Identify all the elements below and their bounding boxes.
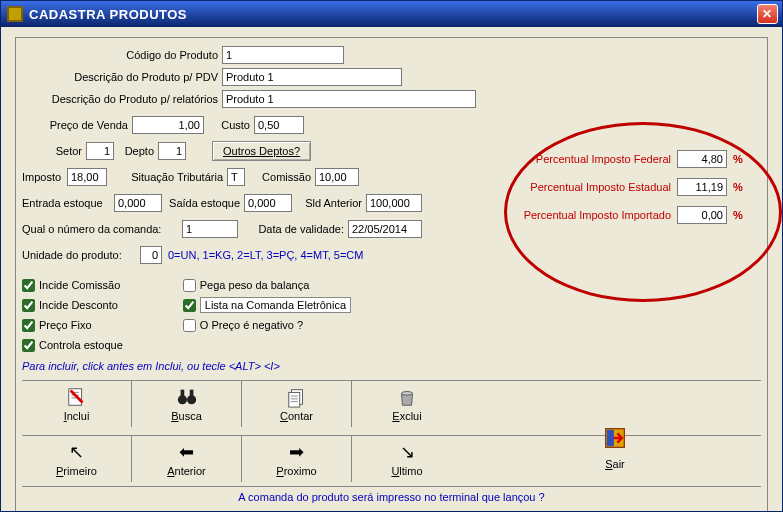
check-preco-negativo-label: O Preço é negativo ? bbox=[200, 319, 303, 331]
tool-contar-label: Contar bbox=[280, 410, 313, 422]
tool-anterior[interactable]: ⬅ Anterior bbox=[132, 436, 242, 482]
label-entrada-estoque: Entrada estoque bbox=[22, 197, 114, 209]
check-incide-desconto-label: Incide Desconto bbox=[39, 299, 118, 311]
check-incide-comissao-label: Incide Comissão bbox=[39, 279, 120, 291]
tax-federal-input[interactable] bbox=[677, 150, 727, 168]
label-setor: Setor bbox=[22, 145, 86, 157]
check-incide-comissao[interactable]: Incide Comissão bbox=[22, 276, 123, 294]
tool-contar[interactable]: Contar bbox=[242, 381, 352, 427]
label-codigo: Código do Produto bbox=[22, 49, 222, 61]
tax-federal-label: Percentual Imposto Federal bbox=[511, 153, 671, 165]
input-imposto[interactable] bbox=[67, 168, 107, 186]
label-unidade: Unidade do produto: bbox=[22, 249, 140, 261]
unidade-legend: 0=UN, 1=KG, 2=LT, 3=PÇ, 4=MT, 5=CM bbox=[168, 249, 363, 261]
check-pega-peso[interactable]: Pega peso da balança bbox=[183, 276, 351, 294]
tax-importado-row: Percentual Imposto Importado % bbox=[511, 206, 743, 224]
check-preco-negativo[interactable]: O Preço é negativo ? bbox=[183, 316, 351, 334]
tool-inclui[interactable]: Inclui bbox=[22, 381, 132, 427]
arrow-right-icon: ➡ bbox=[286, 441, 308, 463]
arrow-up-left-icon: ↖ bbox=[66, 441, 88, 463]
tax-federal-row: Percentual Imposto Federal % bbox=[511, 150, 743, 168]
tool-proximo[interactable]: ➡ Proximo bbox=[242, 436, 352, 482]
percent-icon: % bbox=[733, 181, 743, 193]
window: CADASTRA PRODUTOS ✕ Código do Produto De… bbox=[0, 0, 783, 512]
label-comissao: Comissão bbox=[245, 171, 315, 183]
label-sld-anterior: Sld Anterior bbox=[292, 197, 366, 209]
tax-estadual-row: Percentual Imposto Estadual % bbox=[511, 178, 743, 196]
label-saida-estoque: Saída estoque bbox=[162, 197, 244, 209]
percent-icon: % bbox=[733, 209, 743, 221]
label-descr-pdv: Descrição do Produto p/ PDV bbox=[22, 71, 222, 83]
input-sld-anterior[interactable] bbox=[366, 194, 422, 212]
tool-ultimo[interactable]: ↘ Ultimo bbox=[352, 436, 462, 482]
titlebar: CADASTRA PRODUTOS ✕ bbox=[1, 1, 782, 27]
label-data-validade: Data de validade: bbox=[238, 223, 348, 235]
svg-rect-9 bbox=[607, 430, 614, 446]
tax-importado-label: Percentual Imposto Importado bbox=[511, 209, 671, 221]
trash-icon bbox=[396, 386, 418, 408]
window-title: CADASTRA PRODUTOS bbox=[29, 7, 757, 22]
tool-sair[interactable]: Sair bbox=[475, 401, 755, 493]
check-pega-peso-label: Pega peso da balança bbox=[200, 279, 309, 291]
label-imposto: Imposto bbox=[22, 171, 67, 183]
client-area: Código do Produto Descrição do Produto p… bbox=[1, 27, 782, 511]
tool-exclui-label: Exclui bbox=[392, 410, 421, 422]
label-depto: Depto bbox=[114, 145, 158, 157]
input-setor[interactable] bbox=[86, 142, 114, 160]
percent-icon: % bbox=[733, 153, 743, 165]
input-saida-estoque[interactable] bbox=[244, 194, 292, 212]
svg-rect-6 bbox=[288, 392, 299, 407]
input-descr-pdv[interactable] bbox=[222, 68, 402, 86]
tool-ultimo-label: Ultimo bbox=[391, 465, 422, 477]
app-icon bbox=[7, 6, 23, 22]
tool-primeiro[interactable]: ↖ Primeiro bbox=[22, 436, 132, 482]
pencil-icon bbox=[66, 386, 88, 408]
input-unidade[interactable] bbox=[140, 246, 162, 264]
svg-rect-4 bbox=[189, 390, 193, 397]
check-controla-estoque[interactable]: Controla estoque bbox=[22, 336, 123, 354]
hint-text: Para incluir, click antes em Inclui, ou … bbox=[22, 360, 761, 372]
input-data-validade[interactable] bbox=[348, 220, 422, 238]
tax-estadual-label: Percentual Imposto Estadual bbox=[511, 181, 671, 193]
exit-icon bbox=[601, 424, 629, 454]
label-num-comanda: Qual o número da comanda: bbox=[22, 223, 182, 235]
svg-point-7 bbox=[402, 392, 413, 396]
tool-primeiro-label: Primeiro bbox=[56, 465, 97, 477]
tool-proximo-label: Proximo bbox=[276, 465, 316, 477]
tool-sair-label: Sair bbox=[605, 458, 625, 470]
tool-inclui-label: Inclui bbox=[64, 410, 90, 422]
tool-anterior-label: Anterior bbox=[167, 465, 206, 477]
tax-importado-input[interactable] bbox=[677, 206, 727, 224]
check-incide-desconto[interactable]: Incide Desconto bbox=[22, 296, 123, 314]
label-descr-rel: Descrição do Produto p/ relatórios bbox=[22, 93, 222, 105]
check-controla-estoque-label: Controla estoque bbox=[39, 339, 123, 351]
label-preco-venda: Preço de Venda bbox=[22, 119, 132, 131]
input-codigo[interactable] bbox=[222, 46, 344, 64]
input-entrada-estoque[interactable] bbox=[114, 194, 162, 212]
label-custo: Custo bbox=[204, 119, 254, 131]
binoculars-icon bbox=[176, 386, 198, 408]
check-lista-comanda-label: Lista na Comanda Eletrônica bbox=[200, 297, 351, 313]
check-preco-fixo[interactable]: Preço Fixo bbox=[22, 316, 123, 334]
tax-estadual-input[interactable] bbox=[677, 178, 727, 196]
input-depto[interactable] bbox=[158, 142, 186, 160]
input-sit-trib[interactable] bbox=[227, 168, 245, 186]
outros-deptos-button[interactable]: Outros Deptos? bbox=[212, 141, 311, 161]
label-sit-trib: Situação Tributária bbox=[107, 171, 227, 183]
check-lista-comanda[interactable]: Lista na Comanda Eletrônica bbox=[183, 296, 351, 314]
input-num-comanda[interactable] bbox=[182, 220, 238, 238]
tool-busca[interactable]: Busca bbox=[132, 381, 242, 427]
tool-busca-label: Busca bbox=[171, 410, 202, 422]
arrow-down-right-icon: ↘ bbox=[396, 441, 418, 463]
check-preco-fixo-label: Preço Fixo bbox=[39, 319, 92, 331]
svg-rect-3 bbox=[180, 390, 184, 397]
input-comissao[interactable] bbox=[315, 168, 359, 186]
arrow-left-icon: ⬅ bbox=[176, 441, 198, 463]
input-custo[interactable] bbox=[254, 116, 304, 134]
input-preco-venda[interactable] bbox=[132, 116, 204, 134]
tool-exclui[interactable]: Exclui bbox=[352, 381, 462, 427]
documents-icon bbox=[286, 386, 308, 408]
input-descr-rel[interactable] bbox=[222, 90, 476, 108]
form-panel: Código do Produto Descrição do Produto p… bbox=[15, 37, 768, 512]
close-button[interactable]: ✕ bbox=[757, 4, 778, 24]
